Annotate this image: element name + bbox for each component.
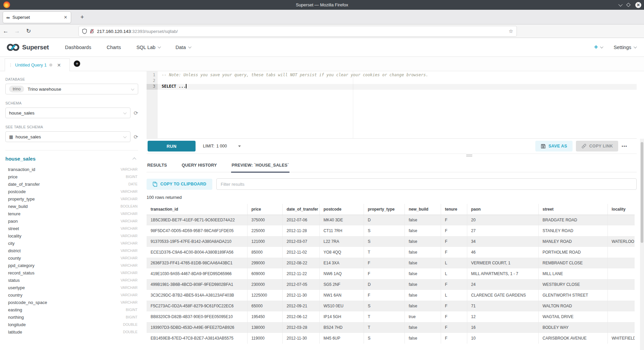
nav-item-dashboards[interactable]: Dashboards (65, 45, 91, 50)
column-header-date_of_transfer[interactable]: date_of_transfer (282, 204, 319, 215)
column-header-paon[interactable]: paon (467, 204, 538, 215)
back-button[interactable]: ← (0, 28, 11, 35)
results-tab-query-history[interactable]: QUERY HISTORY (181, 159, 218, 172)
schema-select[interactable]: house_sales (5, 107, 130, 118)
filter-results-input[interactable] (216, 178, 637, 190)
table-row[interactable]: 91370533-19F5-47FE-B142-A380A8ADA2101210… (147, 236, 635, 247)
column-header-locality[interactable]: locality (607, 204, 635, 215)
table-cell: false (405, 290, 441, 301)
refresh-schema-icon[interactable]: ⟳ (134, 110, 138, 116)
refresh-table-icon[interactable]: ⟳ (134, 134, 138, 140)
column-header-street[interactable]: street (538, 204, 607, 215)
save-as-button[interactable]: SAVE AS (535, 141, 573, 151)
pane-splitter-handle[interactable] (466, 155, 472, 157)
table-cell: F (441, 215, 467, 225)
table-cell: 1225000 (247, 290, 282, 301)
table-row[interactable]: 193907D3-5DBD-453D-A49E-9FEE27DAB9261380… (147, 322, 635, 333)
table-row[interactable]: BB8320C9-D82B-4B37-90E0-9FEE05095E101954… (147, 311, 635, 322)
column-name: easting (8, 307, 22, 312)
table-cell: 98F5DC47-0D05-4D59-95B7-98CA6F1FDE05 (147, 225, 247, 236)
more-actions-button[interactable]: ••• (622, 144, 627, 149)
results-tab-results[interactable]: RESULTS (147, 159, 168, 172)
forward-button[interactable]: → (11, 28, 23, 35)
new-tab-button[interactable]: + (78, 14, 86, 21)
table-cell: F (441, 322, 467, 333)
browser-urlbar: ← → ↻ 217.160.120.143:32393/superset/sql… (0, 25, 644, 38)
results-scrollbar[interactable] (640, 139, 644, 350)
scrollbar-thumb[interactable] (641, 142, 643, 243)
table-cell: S (364, 333, 405, 344)
limit-dropdown[interactable]: LIMIT: 1 000 (203, 144, 241, 148)
url-input[interactable]: 217.160.120.143:32393/superset/sqllab/ ☆ (79, 26, 517, 36)
add-new-button[interactable]: + (594, 43, 602, 51)
tab-close-icon[interactable]: ✕ (64, 15, 67, 20)
editor-line[interactable]: 1-- Note: Unless you save your query, th… (147, 73, 637, 78)
results-tabs: RESULTSQUERY HISTORYPREVIEW: `HOUSE_SALE… (147, 159, 637, 172)
chevron-down-icon (634, 45, 637, 48)
table-cell: false (405, 247, 441, 258)
table-select[interactable]: ▦ house_sales (5, 131, 130, 142)
table-row[interactable]: 1B5C39ED-BE7F-41EF-9E71-9C60EED74A223750… (147, 215, 635, 225)
nav-item-data[interactable]: Data (175, 45, 191, 50)
schema-column-row: cityVARCHAR (5, 239, 138, 247)
table-cell: 34 (467, 236, 538, 247)
collapse-chevron-icon[interactable] (132, 157, 136, 161)
schema-label: SCHEMA (5, 101, 138, 105)
column-header-postcode[interactable]: postcode (319, 204, 364, 215)
window-minimize-icon[interactable] (619, 2, 623, 7)
column-header-transaction_id[interactable]: transaction_id (147, 204, 247, 215)
table-cell (607, 268, 635, 279)
table-row[interactable]: 98F5DC47-0D05-4D59-95B7-98CA6F1FDE052250… (147, 225, 635, 236)
copy-to-clipboard-button[interactable]: COPY TO CLIPBOARD (147, 179, 212, 190)
run-button[interactable]: RUN (148, 141, 196, 151)
column-type: VARCHAR (120, 256, 138, 260)
database-select[interactable]: trino Trino warehouse (5, 84, 138, 94)
tracking-shield-icon[interactable] (82, 29, 87, 34)
schema-column-row: date_of_transferDATE (5, 180, 138, 188)
table-cell: WALTON ROAD (538, 301, 607, 311)
query-tab-close-icon[interactable]: ✕ (57, 62, 61, 68)
table-cell: 195450 (247, 311, 282, 322)
table-row[interactable]: F5C273AC-0D2A-458F-8279-9C61F0C22EC66500… (147, 301, 635, 311)
sql-editor[interactable]: 1-- Note: Unless you save your query, th… (147, 71, 637, 138)
add-query-tab-button[interactable]: + (74, 60, 80, 67)
drag-handle-icon[interactable]: ⋮ (8, 62, 12, 68)
insecure-lock-icon[interactable] (90, 29, 94, 34)
editor-line[interactable]: 3SELECT ... (147, 84, 637, 90)
nav-item-sql-lab[interactable]: SQL Lab (137, 45, 160, 50)
table-cell: L (441, 258, 467, 268)
copy-link-button[interactable]: COPY LINK (576, 141, 619, 151)
editor-line[interactable]: 2 (147, 78, 637, 84)
table-row[interactable]: 499B1981-3B6B-4BCD-808F-9FED9802BFA12300… (147, 279, 635, 290)
window-maximize-icon[interactable] (626, 3, 631, 7)
line-text: -- Note: Unless you save your query, the… (158, 73, 428, 78)
column-type: VARCHAR (120, 234, 138, 238)
table-cell (607, 247, 635, 258)
table-row[interactable]: ECE1D376-C9A6-4C00-B004-A380B189FA568500… (147, 247, 635, 258)
browser-tab[interactable]: ∞ Superset ✕ (3, 11, 71, 23)
column-header-property_type[interactable]: property_type (364, 204, 405, 215)
settings-menu[interactable]: Settings (614, 45, 636, 50)
see-table-schema-label: SEE TABLE SCHEMA (5, 125, 138, 129)
results-tab-preview-house-sales[interactable]: PREVIEW: `HOUSE_SALES` (231, 159, 290, 172)
table-cell: F (364, 258, 405, 268)
nav-item-charts[interactable]: Charts (107, 45, 121, 50)
schema-column-row: countyVARCHAR (5, 254, 138, 262)
table-row[interactable]: 3C3C29DC-B7B2-4BE5-914A-A38123AF403B1225… (147, 290, 635, 301)
bookmark-star-icon[interactable]: ☆ (509, 28, 513, 34)
table-row[interactable]: EB1459EB-67ED-47C8-B2E7-A38143AB55751190… (147, 333, 635, 344)
reload-button[interactable]: ↻ (23, 28, 34, 35)
column-name: property_type (8, 196, 35, 202)
table-row[interactable]: 419E1030-9A55-4467-8DA9-9FED95D659666090… (147, 268, 635, 279)
table-schema-title[interactable]: house_sales (5, 156, 36, 162)
table-row[interactable]: 2636F323-FF41-4765-81DB-98CAA6A43BC12990… (147, 258, 635, 268)
query-tab[interactable]: ⋮ Untitled Query 1 ✕ (5, 58, 70, 71)
chevron-down-icon (131, 87, 135, 91)
superset-logo[interactable]: Superset (7, 43, 49, 52)
column-header-new_build[interactable]: new_build (405, 204, 441, 215)
table-cell: PORTHOLME ROAD (538, 247, 607, 258)
table-cell (607, 301, 635, 311)
column-header-tenure[interactable]: tenure (441, 204, 467, 215)
window-close-icon[interactable]: ✕ (635, 2, 641, 8)
column-header-price[interactable]: price (247, 204, 282, 215)
